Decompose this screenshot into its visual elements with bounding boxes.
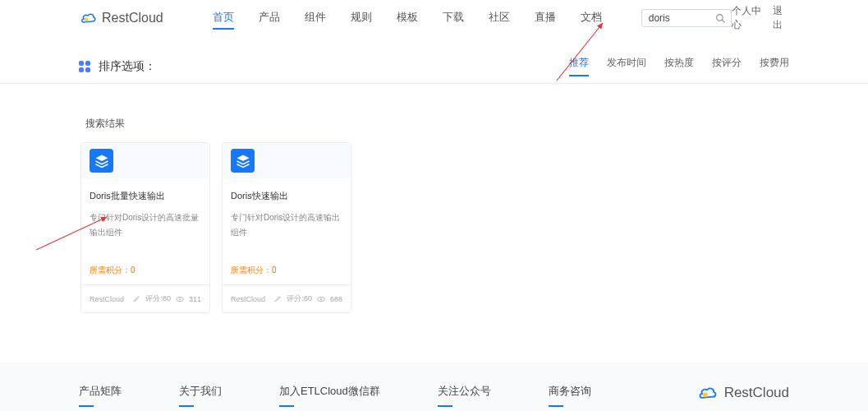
search-input[interactable] xyxy=(649,12,723,24)
card-description: 专门针对Doris设计的高速输出组件 xyxy=(231,210,342,240)
sort-tab-rating[interactable]: 按评分 xyxy=(712,56,742,76)
result-card[interactable]: Doris快速输出 专门针对Doris设计的高速输出组件 所需积分：0 Rest… xyxy=(222,142,351,313)
svg-point-5 xyxy=(318,297,324,301)
footer-official[interactable]: 关注公众号 xyxy=(438,384,491,407)
nav-community[interactable]: 社区 xyxy=(489,7,510,30)
main-nav: 首页 产品 组件 规则 模板 下载 社区 直播 文档 xyxy=(213,7,602,30)
footer-business[interactable]: 商务咨询 xyxy=(549,384,591,407)
footer-about[interactable]: 关于我们 xyxy=(179,384,222,407)
brand-name: RestCloud xyxy=(102,11,163,25)
nav-docs[interactable]: 文档 xyxy=(581,7,602,30)
sort-tab-cost[interactable]: 按费用 xyxy=(760,56,789,76)
card-views: 311 xyxy=(189,295,201,303)
card-points: 所需积分：0 xyxy=(223,248,351,284)
svg-point-6 xyxy=(320,298,322,300)
nav-download[interactable]: 下载 xyxy=(443,7,464,30)
nav-rule[interactable]: 规则 xyxy=(351,7,372,30)
footer-wechat[interactable]: 加入ETLCloud微信群 xyxy=(279,384,380,407)
sort-label: 排序选项： xyxy=(99,59,156,74)
stack-icon xyxy=(90,149,113,173)
sort-tab-time[interactable]: 发布时间 xyxy=(607,56,646,76)
card-description: 专门针对Doris设计的高速批量输出组件 xyxy=(90,210,201,240)
card-title: Doris批量快速输出 xyxy=(90,190,201,202)
user-center-link[interactable]: 个人中心 xyxy=(732,4,765,32)
search-box[interactable] xyxy=(641,9,732,27)
brand-logo[interactable]: RestCloud xyxy=(79,11,163,25)
svg-point-4 xyxy=(179,298,181,300)
results-grid: Doris批量快速输出 专门针对Doris设计的高速批量输出组件 所需积分：0 … xyxy=(0,142,868,363)
card-points: 所需积分：0 xyxy=(81,248,209,284)
cloud-icon xyxy=(696,384,718,402)
card-author: RestCloud xyxy=(90,295,124,303)
card-title: Doris快速输出 xyxy=(231,190,342,202)
svg-line-2 xyxy=(722,20,724,22)
card-score: 评分:80 xyxy=(287,293,312,304)
nav-component[interactable]: 组件 xyxy=(305,7,326,30)
edit-icon xyxy=(133,295,140,302)
nav-live[interactable]: 直播 xyxy=(535,7,556,30)
search-icon[interactable] xyxy=(715,13,726,24)
sort-tabs: 推荐 发布时间 按热度 按评分 按费用 xyxy=(569,56,789,76)
results-heading: 搜索结果 xyxy=(0,84,868,142)
svg-point-0 xyxy=(85,18,89,22)
result-card[interactable]: Doris批量快速输出 专门针对Doris设计的高速批量输出组件 所需积分：0 … xyxy=(80,142,210,313)
cloud-icon xyxy=(79,11,97,25)
svg-point-1 xyxy=(716,14,723,21)
eye-icon xyxy=(176,295,184,303)
footer-products[interactable]: 产品矩阵 xyxy=(79,384,122,407)
footer-brand: RestCloud xyxy=(696,384,789,402)
svg-point-3 xyxy=(177,297,183,301)
svg-point-7 xyxy=(702,392,707,397)
nav-template[interactable]: 模板 xyxy=(397,7,418,30)
sort-tab-recommend[interactable]: 推荐 xyxy=(569,56,589,76)
nav-home[interactable]: 首页 xyxy=(213,7,234,30)
sort-tab-heat[interactable]: 按热度 xyxy=(664,56,694,76)
card-views: 688 xyxy=(330,295,342,303)
grid-view-icon[interactable] xyxy=(79,61,90,72)
edit-icon xyxy=(274,295,282,302)
logout-link[interactable]: 退出 xyxy=(773,4,789,32)
page-footer: 产品矩阵 关于我们 加入ETLCloud微信群 关注公众号 商务咨询 RestC… xyxy=(0,363,868,411)
card-author: RestCloud xyxy=(231,295,265,303)
eye-icon xyxy=(317,295,325,303)
nav-product[interactable]: 产品 xyxy=(259,7,280,30)
stack-icon xyxy=(231,149,255,173)
card-score: 评分:80 xyxy=(145,293,171,304)
